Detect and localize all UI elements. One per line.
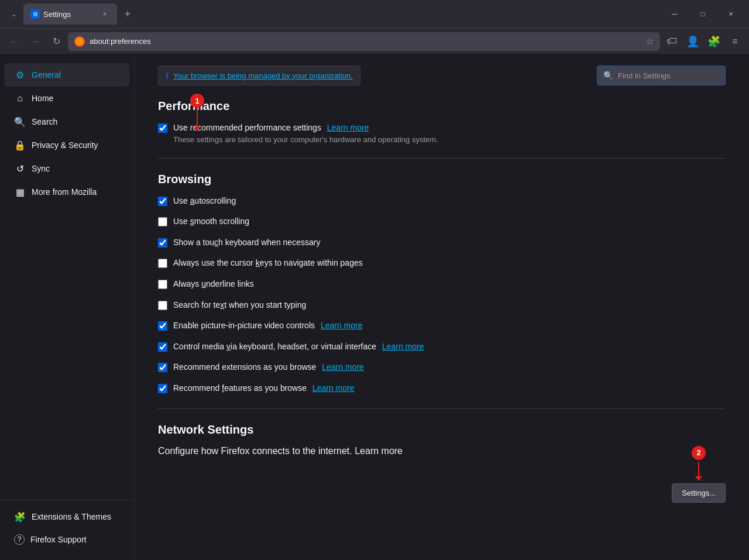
sidebar-item-extensions[interactable]: 🧩 Extensions & Themes <box>5 505 129 528</box>
settings-tab[interactable]: ⚙ Settings × <box>23 4 117 25</box>
performance-sublabel: These settings are tailored to your comp… <box>173 135 438 144</box>
network-title: Network Settings <box>158 423 726 437</box>
sidebar-label-extensions: Extensions & Themes <box>32 512 111 521</box>
smooth-scrolling-checkbox[interactable] <box>158 217 167 226</box>
sidebar-label-general: General <box>32 70 61 80</box>
main-layout: ⚙ General ⌂ Home 🔍 Search 🔒 Privacy & Se… <box>0 54 749 560</box>
underline-links-label: Always underline links <box>173 279 254 290</box>
network-content: Configure how Firefox connects to the in… <box>158 446 726 503</box>
network-learn-more-link[interactable]: Learn more <box>355 446 403 456</box>
more-tabs-button[interactable]: ⌄ <box>5 5 23 23</box>
search-text-label: Search for text when you start typing <box>173 300 306 311</box>
media-keyboard-checkbox[interactable] <box>158 342 167 352</box>
recommend-extensions-learn-more-link[interactable]: Learn more <box>322 362 364 372</box>
lock-icon: 🔒 <box>14 139 26 151</box>
badge-2: 2 <box>692 446 706 460</box>
gear-icon: ⚙ <box>14 69 26 81</box>
touch-keyboard-checkbox[interactable] <box>158 238 167 248</box>
bookmark-icon[interactable]: ☆ <box>645 36 654 47</box>
network-description: Configure how Firefox connects to the in… <box>158 446 660 456</box>
support-icon: ? <box>14 534 25 545</box>
menu-button[interactable]: ≡ <box>726 32 744 51</box>
new-tab-button[interactable]: + <box>119 6 136 22</box>
badge-1-arrowhead <box>194 126 201 131</box>
browsing-autoscroll-row: Use autoscrolling <box>158 195 726 207</box>
find-in-settings[interactable]: 🔍 <box>597 66 726 85</box>
browsing-recommend-ext-row: Recommend extensions as you browse Learn… <box>158 362 726 373</box>
browsing-pip-row: Enable picture-in-picture video controls… <box>158 320 726 332</box>
network-desc-text: Configure how Firefox connects to the in… <box>158 446 352 456</box>
performance-title: Performance <box>158 99 726 113</box>
network-settings-button[interactable]: Settings... <box>672 483 726 503</box>
media-learn-more-link[interactable]: Learn more <box>382 342 424 351</box>
network-section: Network Settings Configure how Firefox c… <box>158 423 726 503</box>
badge-1: 1 <box>190 94 204 108</box>
extensions-icon[interactable]: 🧩 <box>705 32 723 51</box>
performance-section: Performance 1 Use recommended performanc… <box>158 99 726 144</box>
performance-checkbox-content: Use recommended performance settings Lea… <box>173 122 438 144</box>
restore-button[interactable]: □ <box>689 5 716 23</box>
badge-2-arrowhead <box>695 476 702 481</box>
divider-1 <box>158 158 726 159</box>
search-icon: 🔍 <box>14 116 26 128</box>
sidebar-item-search[interactable]: 🔍 Search <box>5 110 129 133</box>
annotation-1: 1 <box>190 94 204 131</box>
pocket-icon[interactable]: 🏷 <box>662 32 681 51</box>
underline-links-checkbox[interactable] <box>158 280 167 289</box>
divider-2 <box>158 408 726 409</box>
recommend-features-label: Recommend features as you browse Learn m… <box>173 383 355 394</box>
close-button[interactable]: × <box>717 5 744 23</box>
touch-keyboard-label: Show a touch keyboard when necessary <box>173 237 320 249</box>
managed-notice: ℹ Your browser is being managed by your … <box>158 66 360 85</box>
address-text: about:preferences <box>90 37 641 46</box>
use-recommended-performance-checkbox[interactable] <box>158 123 167 133</box>
info-icon: ℹ <box>166 71 169 80</box>
sidebar-label-search: Search <box>32 117 57 126</box>
refresh-button[interactable]: ↻ <box>47 32 66 51</box>
back-button[interactable]: ← <box>5 32 23 51</box>
firefox-logo-icon <box>74 36 85 47</box>
sidebar-item-home[interactable]: ⌂ Home <box>5 87 129 110</box>
sidebar-item-general[interactable]: ⚙ General <box>5 63 129 87</box>
find-search-icon: 🔍 <box>603 71 613 80</box>
browsing-media-row: Control media via keyboard, headset, or … <box>158 341 726 353</box>
sidebar-label-privacy: Privacy & Security <box>32 140 98 150</box>
browsing-title: Browsing <box>158 173 726 186</box>
sync-icon: ↺ <box>14 163 26 174</box>
tab-close-button[interactable]: × <box>99 9 110 19</box>
pip-checkbox[interactable] <box>158 321 167 331</box>
tab-area: ⌄ ⚙ Settings × + <box>5 0 657 28</box>
sidebar-item-support[interactable]: ? Firefox Support <box>5 528 129 551</box>
notice-bar: ℹ Your browser is being managed by your … <box>158 66 726 85</box>
home-icon: ⌂ <box>14 92 26 104</box>
pip-learn-more-link[interactable]: Learn more <box>321 321 363 330</box>
search-text-checkbox[interactable] <box>158 301 167 310</box>
tab-favicon: ⚙ <box>30 9 40 19</box>
sidebar-item-more[interactable]: ▦ More from Mozilla <box>5 180 129 204</box>
recommend-features-checkbox[interactable] <box>158 384 167 393</box>
autoscroll-checkbox[interactable] <box>158 197 167 206</box>
cursor-keys-checkbox[interactable] <box>158 259 167 268</box>
sidebar-item-privacy[interactable]: 🔒 Privacy & Security <box>5 133 129 157</box>
sidebar-label-sync: Sync <box>32 164 50 173</box>
annotation-2-container: 2 Settings... <box>672 446 726 503</box>
managed-notice-link[interactable]: Your browser is being managed by your or… <box>173 71 353 80</box>
badge-2-arrow-line <box>698 462 699 476</box>
performance-checkbox-row: Use recommended performance settings Lea… <box>158 122 726 144</box>
browsing-touch-row: Show a touch keyboard when necessary <box>158 237 726 249</box>
sidebar-item-sync[interactable]: ↺ Sync <box>5 157 129 180</box>
browsing-cursor-row: Always use the cursor keys to navigate w… <box>158 257 726 269</box>
navbar: ← → ↻ about:preferences ☆ 🏷 👤 🧩 ≡ <box>0 28 749 54</box>
address-bar[interactable]: about:preferences ☆ <box>68 32 660 51</box>
recommend-extensions-checkbox[interactable] <box>158 363 167 372</box>
nav-toolbar-icons: 🏷 👤 🧩 ≡ <box>662 32 744 51</box>
forward-button[interactable]: → <box>26 32 44 51</box>
recommend-extensions-label: Recommend extensions as you browse Learn… <box>173 362 364 373</box>
minimize-button[interactable]: ─ <box>661 5 688 23</box>
find-in-settings-input[interactable] <box>618 71 719 80</box>
account-icon[interactable]: 👤 <box>683 32 702 51</box>
sidebar-label-more: More from Mozilla <box>32 187 97 197</box>
performance-learn-more-link[interactable]: Learn more <box>327 123 369 132</box>
recommend-features-learn-more-link[interactable]: Learn more <box>312 383 355 393</box>
cursor-keys-label: Always use the cursor keys to navigate w… <box>173 257 363 269</box>
